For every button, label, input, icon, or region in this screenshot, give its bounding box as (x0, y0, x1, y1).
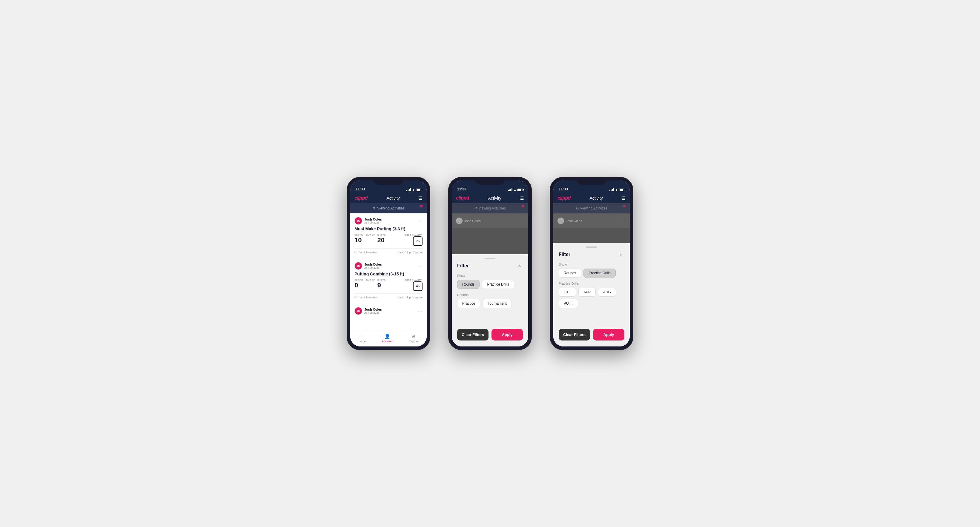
data-source-2: Data: Clippd Capture (398, 296, 423, 299)
modal-footer-2: Clear Filters Apply (457, 329, 523, 340)
more-dots-1[interactable]: ··· (418, 218, 423, 223)
card-header-1: JC Josh Coles 28 Feb 2023 ··· (355, 217, 423, 225)
show-options-2: Rounds Practice Drills (457, 280, 523, 289)
more-dots-2[interactable]: ··· (418, 264, 423, 268)
nav-bar-2: clippd Activity ☰ (452, 193, 528, 203)
phone-inner-3: 11:33 ▲ clippd Activity (553, 181, 630, 346)
battery-2 (517, 189, 523, 191)
user-name-3: Josh Coles (364, 308, 382, 311)
modal-header-2: Filter ✕ (457, 263, 523, 269)
putt-btn-3[interactable]: PUTT (559, 299, 578, 308)
status-time-3: 11:33 (559, 187, 568, 191)
show-label-2: Show (457, 274, 523, 278)
out-of-1: OUT OF (366, 234, 375, 237)
shot-quality-block-1: Shot Quality 75 (404, 234, 423, 246)
user-name-1: Josh Coles (364, 217, 382, 221)
rounds-btn-3[interactable]: Rounds (559, 268, 581, 278)
activity-title-1: Must Make Putting (3-6 ft) (355, 227, 423, 231)
phone-3: 11:33 ▲ clippd Activity (550, 177, 633, 350)
score-label-1: Score (355, 234, 363, 237)
notch-3 (577, 177, 606, 185)
practice-round-btn-2[interactable]: Practice (457, 299, 480, 308)
modal-header-3: Filter ✕ (559, 251, 624, 258)
footer-text-2: Test Information (358, 296, 377, 299)
close-button-2[interactable]: ✕ (516, 263, 523, 269)
rounds-btn-2[interactable]: Rounds (457, 280, 480, 289)
nav-label-capture-1: Capture (409, 340, 418, 343)
ott-btn-3[interactable]: OTT (559, 288, 576, 297)
avatar-2: JC (355, 262, 362, 270)
card-header-3: JC Josh Coles 28 Feb 2023 ··· (355, 307, 423, 315)
show-options-3: Rounds Practice Drills (559, 268, 624, 278)
close-button-3[interactable]: ✕ (618, 251, 624, 258)
viewing-bar-1[interactable]: ⚙ Viewing Activities (350, 203, 427, 213)
tournament-btn-2[interactable]: Tournament (482, 299, 512, 308)
signal-bar-4 (410, 188, 411, 191)
nav-bar-1: clippd Activity ☰ (350, 193, 427, 203)
hamburger-icon-2[interactable]: ☰ (520, 196, 524, 200)
filter-icon-1: ⚙ (372, 206, 375, 210)
phone-inner-1: 11:33 ▲ clippd Activity (350, 181, 427, 346)
stats-row-1: Score 10 OUT OF Shots 20 Shot Quality 75 (355, 234, 423, 246)
info-icon-2: ⓘ (355, 295, 357, 299)
nav-label-activities-1: Activities (382, 340, 393, 343)
signal-bars-1 (406, 188, 411, 191)
avatar-3: JC (355, 307, 362, 315)
shots-block-1: Shots 20 (377, 234, 387, 244)
hamburger-icon-1[interactable]: ☰ (418, 196, 423, 200)
activity-title-2: Putting Combine (3-15 ft) (355, 271, 423, 276)
wifi-icon-1: ▲ (412, 188, 415, 191)
sq-value-2: 45 (413, 281, 423, 291)
dimmed-viewing-bar-3: ⚙ Viewing Activities (553, 203, 630, 213)
status-icons-3: ▲ (609, 188, 624, 191)
activities-list-1: JC Josh Coles 28 Feb 2023 ··· Must Make … (350, 213, 427, 331)
practice-drills-btn-3[interactable]: Practice Drills (584, 268, 616, 278)
clear-filters-btn-2[interactable]: Clear Filters (457, 329, 488, 340)
nav-item-activities-1[interactable]: 👤 Activities (382, 333, 393, 343)
dimmed-card-2: Josh Coles ··· (452, 214, 528, 228)
phone-2: 11:33 ▲ clippd Activity (448, 177, 532, 350)
filter-modal-3: Filter ✕ Show Rounds Practice Drills Pra… (553, 243, 630, 346)
hamburger-icon-3[interactable]: ☰ (622, 196, 625, 200)
logo-3: clippd (557, 195, 571, 201)
arg-btn-3[interactable]: ARG (598, 288, 616, 297)
notch-2 (475, 177, 505, 185)
notch-1 (374, 177, 403, 185)
shots-value-2: 9 (377, 281, 381, 289)
out-of-2: OUT OF (366, 279, 375, 281)
battery-3 (619, 189, 624, 191)
status-time-2: 11:33 (457, 187, 466, 191)
modal-handle-2 (485, 258, 495, 259)
apply-btn-2[interactable]: Apply (492, 329, 523, 340)
score-value-2: 0 (355, 281, 358, 289)
phone-inner-2: 11:33 ▲ clippd Activity (452, 181, 528, 346)
rounds-options-2: Practice Tournament (457, 299, 523, 308)
shots-label-2: Shots (377, 279, 386, 281)
sq-label-2: Shot Quality (404, 279, 422, 281)
home-icon-1: ⌂ (361, 334, 364, 339)
nav-item-home-1[interactable]: ⌂ Home (358, 334, 366, 343)
more-dots-3[interactable]: ··· (418, 309, 423, 313)
modal-title-3: Filter (559, 252, 570, 257)
clear-filters-btn-3[interactable]: Clear Filters (559, 329, 590, 340)
practice-drills-btn-2[interactable]: Practice Drills (482, 280, 514, 289)
nav-label-home-1: Home (358, 340, 366, 343)
nav-item-capture-1[interactable]: ⊕ Capture (409, 333, 418, 343)
logo-1: clippd (355, 195, 368, 201)
score-block-2: Score 0 (355, 279, 363, 289)
wifi-icon-2: ▲ (514, 188, 516, 191)
card-footer-1: ⓘ Test Information Data: Clippd Capture (355, 248, 423, 254)
shots-label-1: Shots (377, 234, 386, 237)
user-info-1: JC Josh Coles 28 Feb 2023 (355, 217, 382, 225)
viewing-bar-text-1: Viewing Activities (377, 206, 405, 210)
nav-title-1: Activity (387, 196, 399, 200)
capture-icon-1: ⊕ (412, 333, 416, 339)
app-btn-3[interactable]: APP (578, 288, 596, 297)
signal-bar-3 (409, 189, 410, 191)
user-info-2: JC Josh Coles 28 Feb 2023 (355, 262, 382, 270)
apply-btn-3[interactable]: Apply (593, 329, 624, 340)
score-value-1: 10 (355, 237, 361, 244)
modal-title-2: Filter (457, 263, 469, 268)
signal-bar-2 (407, 189, 409, 191)
activities-icon-1: 👤 (384, 333, 390, 339)
